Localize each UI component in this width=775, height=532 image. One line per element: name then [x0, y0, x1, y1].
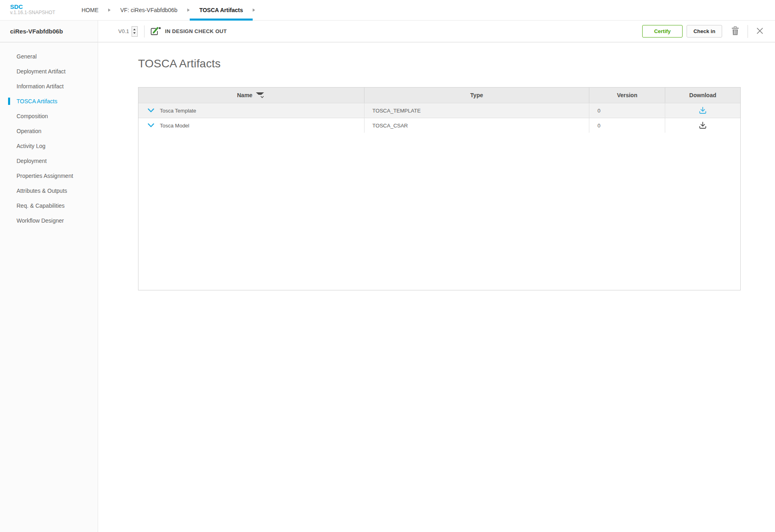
sidebar-item-label: Activity Log — [17, 143, 46, 149]
breadcrumb: HOME VF: ciRes-VFabfdb06b TOSCA Artifact… — [72, 0, 255, 20]
download-icon[interactable] — [699, 122, 707, 129]
version-label: V0.1 — [118, 28, 129, 34]
app-version: v.1.16.1-SNAPSHOT — [10, 10, 72, 16]
spinner-up-icon — [133, 29, 136, 30]
top-bar: SDC v.1.16.1-SNAPSHOT HOME VF: ciRes-VFa… — [0, 0, 775, 21]
table-header-row: Name Type Version Download — [138, 88, 740, 103]
column-header-download-label: Download — [689, 92, 716, 98]
page-title: TOSCA Artifacts — [138, 57, 775, 70]
sidebar-item-deployment[interactable]: Deployment — [0, 153, 98, 168]
sidebar-item-information-artifact[interactable]: Information Artifact — [0, 79, 98, 94]
breadcrumb-tosca-artifacts-label: TOSCA Artifacts — [199, 7, 243, 13]
breadcrumb-vf-label: VF: ciRes-VFabfdb06b — [120, 7, 178, 13]
sidebar-item-label: Workflow Designer — [17, 217, 64, 224]
column-header-version-label: Version — [617, 92, 637, 98]
component-name: ciRes-VFabfdb06b — [10, 28, 63, 35]
toolbar-divider — [748, 25, 748, 38]
sidebar-item-label: General — [17, 53, 37, 60]
breadcrumb-home[interactable]: HOME — [72, 0, 108, 20]
sidebar-item-deployment-artifact[interactable]: Deployment Artifact — [0, 64, 98, 79]
in-design-edit-icon — [150, 27, 161, 36]
sidebar-item-attributes-outputs[interactable]: Attributes & Outputs — [0, 183, 98, 198]
artifact-type: TOSCA_TEMPLATE — [364, 103, 590, 118]
breadcrumb-tosca-artifacts[interactable]: TOSCA Artifacts — [190, 0, 253, 20]
toolbar-divider — [144, 25, 145, 38]
table-row: Tosca Template TOSCA_TEMPLATE 0 — [138, 103, 740, 118]
sidebar-item-label: Deployment — [17, 158, 47, 164]
sidebar-item-label: Operation — [17, 128, 41, 134]
workspace-toolbar: V0.1 IN DESIGN CHECK OUT Certify Check i… — [98, 21, 775, 42]
chevron-down-icon[interactable] — [148, 123, 154, 129]
table-row: Tosca Model TOSCA_CSAR 0 — [138, 118, 740, 133]
sidebar-nav: General Deployment Artifact Information … — [0, 42, 98, 532]
sidebar-item-operation[interactable]: Operation — [0, 123, 98, 138]
tosca-artifacts-table: Name Type Version Download — [138, 87, 741, 290]
artifact-name: Tosca Model — [160, 123, 189, 129]
breadcrumb-vf[interactable]: VF: ciRes-VFabfdb06b — [111, 0, 187, 20]
check-in-button[interactable]: Check in — [687, 25, 722, 38]
column-header-type-label: Type — [470, 92, 483, 98]
column-header-name[interactable]: Name — [138, 88, 364, 103]
spinner-down-icon — [133, 32, 136, 34]
sidebar-item-req-capabilities[interactable]: Req. & Capabilities — [0, 198, 98, 213]
sidebar-item-label: Composition — [17, 113, 48, 119]
close-button[interactable] — [756, 27, 764, 36]
sidebar-item-label: Req. & Capabilities — [17, 202, 65, 209]
active-tab-underline — [190, 19, 253, 21]
breadcrumb-arrow-icon — [253, 8, 255, 12]
certify-button[interactable]: Certify — [642, 25, 683, 38]
download-icon[interactable] — [699, 107, 707, 114]
lifecycle-state-label: IN DESIGN CHECK OUT — [165, 28, 227, 34]
app-logo: SDC v.1.16.1-SNAPSHOT — [0, 0, 72, 20]
sidebar-item-label: Properties Assignment — [17, 173, 73, 179]
column-header-download[interactable]: Download — [665, 88, 740, 103]
sidebar-item-label: Attributes & Outputs — [17, 188, 67, 194]
close-icon — [756, 27, 764, 36]
page-body: General Deployment Artifact Information … — [0, 42, 775, 532]
sidebar-item-properties-assignment[interactable]: Properties Assignment — [0, 168, 98, 183]
active-item-indicator — [8, 98, 10, 105]
column-header-version[interactable]: Version — [589, 88, 665, 103]
sidebar-item-workflow-designer[interactable]: Workflow Designer — [0, 213, 98, 228]
expand-row-control[interactable]: Tosca Template — [138, 108, 196, 114]
expand-row-control[interactable]: Tosca Model — [138, 123, 189, 129]
workspace-header: ciRes-VFabfdb06b V0.1 IN DESIGN CHECK OU… — [0, 21, 775, 42]
sidebar-item-activity-log[interactable]: Activity Log — [0, 138, 98, 153]
breadcrumb-home-label: HOME — [82, 7, 98, 13]
version-spinner[interactable] — [132, 26, 138, 37]
sort-icon[interactable] — [256, 92, 265, 98]
artifact-type: TOSCA_CSAR — [364, 118, 590, 133]
column-header-type[interactable]: Type — [364, 88, 590, 103]
sidebar-item-general[interactable]: General — [0, 49, 98, 64]
app-logo-title: SDC — [10, 3, 72, 10]
delete-button[interactable] — [731, 26, 739, 37]
sidebar-item-label: Deployment Artifact — [17, 68, 65, 75]
sidebar-item-label: Information Artifact — [17, 83, 64, 90]
table-empty-area — [138, 133, 740, 290]
trash-icon — [731, 26, 739, 37]
chevron-down-icon[interactable] — [148, 108, 154, 114]
sidebar-header: ciRes-VFabfdb06b — [0, 21, 98, 42]
main-content: TOSCA Artifacts Name Type V — [98, 42, 775, 532]
sidebar-item-tosca-artifacts[interactable]: TOSCA Artifacts — [0, 94, 98, 108]
artifact-name: Tosca Template — [160, 108, 196, 114]
sidebar-item-label: TOSCA Artifacts — [17, 98, 57, 104]
artifact-version: 0 — [589, 103, 665, 118]
sidebar-item-composition[interactable]: Composition — [0, 108, 98, 123]
artifact-version: 0 — [589, 118, 665, 133]
column-header-name-label: Name — [237, 92, 252, 98]
